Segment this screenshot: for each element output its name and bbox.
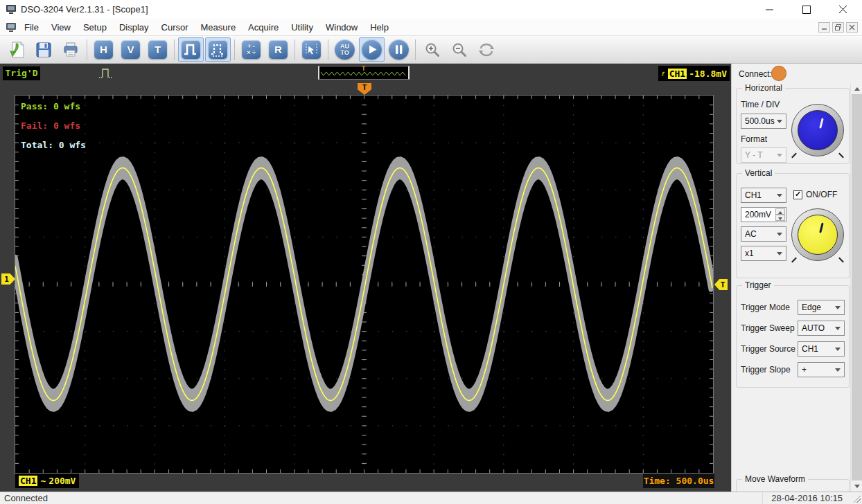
coupling-symbol: ~ [40,476,46,486]
stepper-up-icon[interactable] [775,208,785,215]
child-restore-button[interactable] [832,22,844,33]
coupling-select[interactable]: AC [741,226,786,242]
child-close-button[interactable] [846,22,858,33]
menu-acquire[interactable]: Acquire [242,20,285,35]
mask-pass-count: Pass: 0 wfs [21,101,80,111]
horizontal-knob[interactable] [791,104,844,156]
move-waveform-title: Move Waveform [742,474,808,484]
menu-setup[interactable]: Setup [77,20,113,35]
vertical-knob[interactable] [791,208,844,261]
trigger-status-badge: Trig'D [3,66,40,80]
trigger-sweep-select[interactable]: AUTO [798,321,845,336]
child-minimize-button[interactable] [818,22,830,33]
print-button[interactable] [58,37,83,62]
menu-cursor[interactable]: Cursor [155,20,195,35]
scrollbar-thumb[interactable] [852,94,862,480]
save-button[interactable] [30,37,56,62]
child-window-controls [818,22,858,33]
rising-edge-icon [661,68,666,79]
window-title: DSO-3204 Ver2.1.31 - [Scope1] [21,4,148,15]
coupling-value: AC [745,229,757,239]
scrollbar-down-icon[interactable] [851,480,862,492]
toolbar-separator [234,39,235,60]
menu-file[interactable]: File [18,20,45,35]
preview-trigger-marker[interactable]: T [362,65,365,72]
minimize-button[interactable] [758,0,782,19]
time-div-value: 500.0us [745,116,775,126]
horizontal-setup-button[interactable]: H [91,37,116,62]
reference-button[interactable]: R [265,37,291,62]
chevron-down-icon [835,368,841,372]
probe-select[interactable]: x1 [741,246,786,261]
scrollbar-up-icon[interactable] [851,83,862,94]
trigger-position-marker[interactable]: T [358,83,371,95]
probe-value: x1 [745,249,754,258]
close-button[interactable] [832,0,855,19]
timebase-badge: Time: 500.0us [643,474,714,488]
pause-button[interactable] [386,37,412,62]
child-close-icon [849,24,855,30]
chevron-down-icon [777,120,782,123]
time-div-select[interactable]: 500.0us [741,114,786,129]
play-icon [362,39,382,60]
trigger-source-select[interactable]: CH1 [798,341,845,357]
trigger-slope-value: + [802,365,807,375]
vertical-setup-button[interactable]: V [118,37,143,62]
menu-measure[interactable]: Measure [195,20,243,35]
menu-utility[interactable]: Utility [285,20,319,35]
trigger-source-value: CH1 [802,344,818,354]
close-icon [839,6,847,14]
menu-window[interactable]: Window [319,20,364,35]
zoom-in-button[interactable] [419,37,445,62]
horizontal-group: Horizontal Time / DIV 500.0us Format Y -… [736,88,850,164]
toolbar-separator [415,39,416,60]
trigger-slope-select[interactable]: + [798,362,845,377]
channel1-position-marker[interactable]: 1 [1,273,15,285]
mask-edit-button[interactable] [205,37,231,62]
open-icon [7,40,26,60]
menu-display[interactable]: Display [113,20,155,35]
print-icon [62,41,80,59]
format-select: Y - T [741,147,786,163]
mask-fail-count: Fail: 0 wfs [21,120,80,131]
save-icon [35,41,53,59]
trigger-setup-button[interactable]: T [145,37,170,62]
connect-indicator [771,66,786,81]
child-minimize-icon [821,24,827,30]
waveform-preview-bar[interactable]: T [318,66,410,80]
knob-pointer [819,222,824,233]
onoff-checkbox[interactable] [793,190,802,199]
scope-graticule[interactable]: Pass: 0 wfs Fail: 0 wfs Total: 0 wfs [15,95,714,474]
mask-test-button[interactable] [178,37,204,62]
trigger-mode-select[interactable]: Edge [798,300,845,315]
toolbar-separator [328,39,328,60]
horizontal-group-title: Horizontal [742,83,785,93]
channel-scale-value: 200mV [49,476,76,486]
status-bar: Connected 28-04-2016 10:15 [0,492,862,504]
maximize-button[interactable] [795,0,818,19]
vertical-knob-face [798,215,838,255]
resize-grip[interactable] [852,494,861,503]
trigger-level-marker[interactable]: T [714,279,728,290]
run-button[interactable] [359,37,385,62]
panel-scrollbar [850,83,862,492]
channel-select[interactable]: CH1 [741,188,786,203]
math-button[interactable]: + -× ÷ [238,37,264,62]
channel-onoff-row: ON/OFF [793,190,837,199]
stepper-buttons [775,208,785,221]
cursor-button[interactable] [299,37,324,62]
toolbar: H V T + -× ÷ R [0,36,862,64]
vertical-group-title: Vertical [742,168,775,178]
menu-help[interactable]: Help [364,20,395,35]
open-button[interactable] [3,37,29,62]
menu-view[interactable]: View [45,20,77,35]
onoff-label: ON/OFF [806,190,837,199]
volts-div-stepper[interactable]: 200mV [741,207,786,222]
chevron-down-icon [777,252,782,255]
trigger-mode-label: Trigger Mode [741,303,790,312]
vertical-letter-icon: V [121,40,140,59]
autoset-button[interactable]: AUTO [332,37,358,62]
zoom-out-button[interactable] [446,37,472,62]
sync-button[interactable] [473,37,499,62]
stepper-down-icon[interactable] [775,215,785,221]
